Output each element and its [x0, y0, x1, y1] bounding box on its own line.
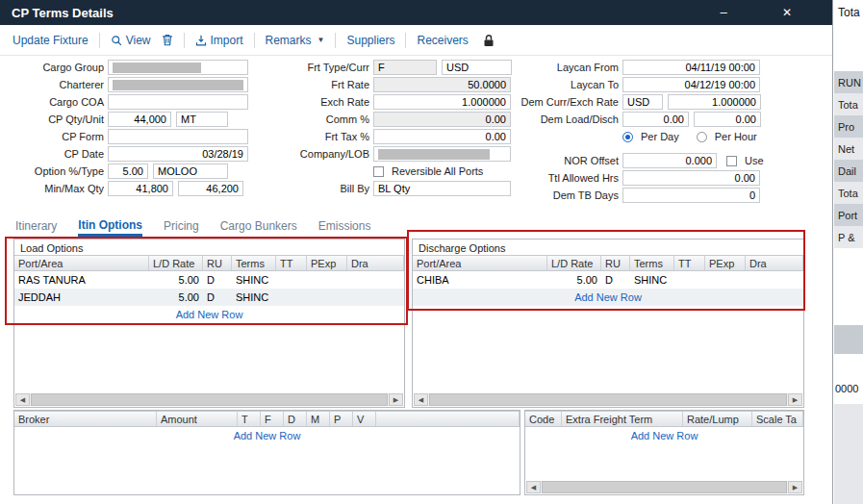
per-day-radio[interactable] — [622, 132, 633, 142]
column-header-v[interactable]: V — [353, 412, 376, 426]
max-qty-field[interactable]: 46,200 — [178, 181, 243, 196]
column-header-ru[interactable]: RU — [601, 256, 630, 270]
frt-type-field[interactable]: F — [373, 60, 437, 75]
frt-curr-field[interactable]: USD — [442, 60, 512, 75]
dem-curr-field[interactable]: USD — [622, 94, 663, 110]
nor-use-checkbox[interactable] — [726, 156, 737, 166]
column-header-broker[interactable]: Broker — [14, 412, 157, 426]
laycan-to-field[interactable]: 04/12/19 00:00 — [622, 77, 760, 92]
import-button[interactable]: Import — [195, 34, 243, 47]
nor-offset-field[interactable]: 0.000 — [622, 153, 717, 168]
add-new-row-link[interactable]: Add New Row — [14, 427, 520, 444]
column-header-t[interactable]: T — [238, 412, 261, 426]
column-header-scale[interactable]: Scale Ta — [752, 412, 803, 426]
update-fixture-button[interactable]: Update Fixture — [13, 34, 89, 47]
column-header-terms[interactable]: Terms — [232, 256, 276, 270]
min-qty-field[interactable]: 41,800 — [108, 181, 173, 196]
column-header-m[interactable]: M — [307, 412, 330, 426]
cp-qty-field[interactable]: 44,000 — [108, 112, 171, 127]
laycan-from-field[interactable]: 04/11/19 00:00 — [622, 60, 760, 75]
column-header-f[interactable]: F — [261, 412, 284, 426]
tab-itin-options[interactable]: Itin Options — [78, 218, 142, 237]
column-header-port-area[interactable]: Port/Area — [14, 256, 149, 270]
column-header-ld-rate[interactable]: L/D Rate — [547, 256, 601, 270]
bill-by-field[interactable]: BL Qty — [373, 181, 511, 196]
cell-ru: D — [203, 291, 232, 303]
view-button[interactable]: View — [111, 34, 151, 47]
cp-form-field[interactable] — [108, 129, 248, 144]
dem-load-field[interactable]: 0.00 — [622, 112, 689, 127]
delete-button[interactable] — [162, 34, 173, 46]
dem-tb-days-field[interactable]: 0 — [622, 188, 760, 203]
background-row: P & — [834, 226, 863, 248]
scroll-right-button[interactable]: ▶ — [389, 393, 403, 406]
dem-disch-field[interactable]: 0.00 — [694, 112, 761, 127]
table-row[interactable]: CHIBA 5.00 D SHINC — [413, 271, 803, 289]
column-header-tt[interactable]: TT — [276, 256, 307, 270]
ttl-allowed-hrs-field[interactable]: 0.00 — [622, 170, 760, 186]
column-header-terms[interactable]: Terms — [630, 256, 674, 270]
column-header-d[interactable]: D — [284, 412, 307, 426]
column-header-dra[interactable]: Dra — [746, 256, 803, 270]
charterer-field[interactable] — [108, 77, 248, 92]
company-lob-field[interactable] — [373, 146, 511, 162]
per-hour-radio[interactable] — [697, 132, 707, 142]
scroll-right-button[interactable]: ▶ — [788, 481, 802, 493]
tab-cargo-bunkers[interactable]: Cargo Bunkers — [220, 219, 297, 237]
column-header-rate-lump[interactable]: Rate/Lump — [683, 412, 752, 426]
table-row[interactable]: RAS TANURA 5.00 D SHINC — [14, 271, 404, 289]
table-row[interactable]: JEDDAH 5.00 D SHINC — [14, 289, 404, 306]
cp-date-field[interactable]: 03/28/19 — [108, 146, 248, 162]
reversible-all-ports-checkbox[interactable] — [373, 166, 384, 177]
column-header-amount[interactable]: Amount — [157, 412, 238, 426]
column-header-extra-freight-term[interactable]: Extra Freight Term — [562, 412, 683, 426]
ttl-allowed-hrs-label: Ttl Allowed Hrs — [515, 172, 619, 184]
scroll-right-button[interactable]: ▶ — [788, 393, 802, 406]
close-button[interactable]: ✕ — [776, 0, 798, 25]
tab-itinerary[interactable]: Itinerary — [15, 219, 57, 237]
form-spacer — [515, 146, 767, 153]
exch-rate-field[interactable]: 1.000000 — [373, 94, 511, 110]
cp-qty-unit-field[interactable]: MT — [176, 112, 228, 127]
option-type-field[interactable]: MOLOO — [153, 164, 228, 179]
column-header-port-area[interactable]: Port/Area — [413, 256, 547, 270]
option-pct-field[interactable]: 5.00 — [108, 164, 148, 179]
frt-rate-field[interactable]: 50.0000 — [373, 77, 511, 92]
tab-pricing[interactable]: Pricing — [164, 219, 199, 237]
add-new-row-link[interactable]: Add New Row — [413, 289, 803, 306]
toolbar-separator — [335, 33, 336, 48]
column-header-p[interactable]: P — [330, 412, 353, 426]
toolbar: Update Fixture View Import Remarks ▼ Sup… — [0, 25, 832, 56]
background-partial-number: 0000 — [835, 383, 858, 394]
cargo-coa-field[interactable] — [108, 94, 248, 110]
redacted-value — [378, 149, 490, 160]
comm-pct-field[interactable]: 0.00 — [373, 112, 511, 127]
frt-tax-field[interactable]: 0.00 — [373, 129, 511, 144]
dem-exch-rate-field[interactable]: 1.000000 — [668, 94, 761, 110]
scrollbar-thumb[interactable] — [31, 393, 388, 406]
scroll-left-button[interactable]: ◀ — [15, 393, 30, 406]
suppliers-button[interactable]: Suppliers — [346, 34, 394, 47]
add-new-row-link[interactable]: Add New Row — [14, 306, 404, 323]
scroll-left-button[interactable]: ◀ — [526, 481, 541, 493]
background-row: Tota — [834, 93, 863, 115]
column-header-dra[interactable]: Dra — [347, 256, 404, 270]
column-header-tt[interactable]: TT — [674, 256, 705, 270]
receivers-button[interactable]: Receivers — [417, 34, 468, 47]
lock-button[interactable] — [483, 34, 495, 47]
column-header-ld-rate[interactable]: L/D Rate — [149, 256, 203, 270]
add-new-row-link[interactable]: Add New Row — [525, 427, 803, 444]
background-gray-block — [834, 325, 863, 354]
scrollbar-thumb[interactable] — [429, 393, 787, 406]
scroll-left-button[interactable]: ◀ — [414, 393, 428, 406]
column-header-pexp[interactable]: PExp — [705, 256, 746, 270]
column-header-pexp[interactable]: PExp — [307, 256, 347, 270]
remarks-dropdown[interactable]: Remarks ▼ — [266, 34, 325, 47]
minimize-button[interactable]: – — [713, 0, 734, 25]
column-header-ru[interactable]: RU — [203, 256, 232, 270]
cargo-group-field[interactable] — [108, 60, 248, 75]
tab-emissions[interactable]: Emissions — [318, 219, 371, 237]
scrollbar-thumb[interactable] — [542, 481, 787, 493]
background-label: Tota — [834, 0, 863, 25]
column-header-code[interactable]: Code — [525, 412, 562, 426]
